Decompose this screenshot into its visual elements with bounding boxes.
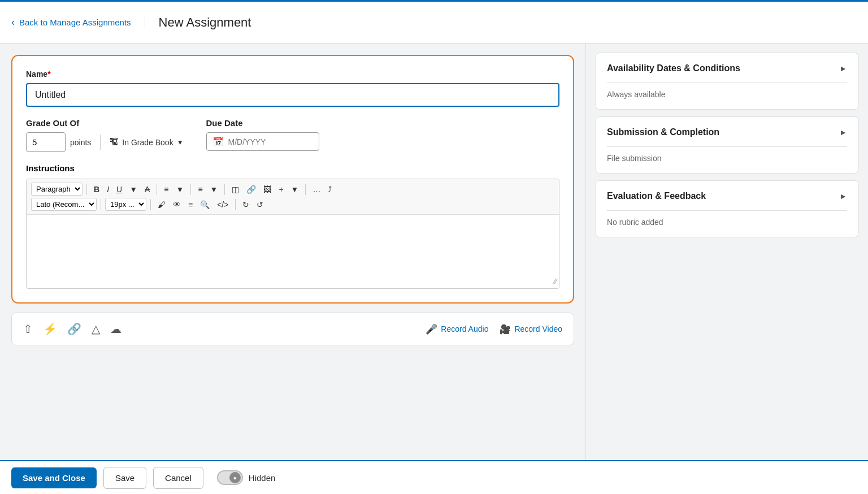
link-button[interactable]: 🔗: [244, 183, 259, 196]
save-button[interactable]: Save: [103, 467, 146, 489]
grade-section: Grade Out Of points 🏗 In Grade Book ▼: [26, 118, 184, 152]
evaluation-chevron-icon: ►: [839, 192, 847, 201]
toolbar-row-1: Paragraph B I U ▼ A ≡ ▼ ≡ ▼: [31, 183, 554, 196]
availability-sub: Always available: [596, 83, 858, 109]
undo-button[interactable]: ↻: [240, 198, 252, 211]
attach-icons: ⇧ ⚡ 🔗 △ ☁: [23, 322, 121, 336]
points-label: points: [70, 138, 91, 147]
strikethrough-button[interactable]: A: [142, 183, 153, 196]
list-button[interactable]: ≡: [195, 183, 205, 196]
underline-dropdown-button[interactable]: ▼: [127, 183, 140, 196]
availability-title: Availability Dates & Conditions: [607, 63, 740, 73]
color-button[interactable]: 👁: [170, 198, 184, 211]
record-audio-label: Record Audio: [441, 324, 488, 333]
evaluation-sub: No rubric added: [596, 211, 858, 237]
font-select[interactable]: Lato (Recom...: [31, 198, 97, 211]
page-title: New Assignment: [145, 15, 251, 30]
grade-input-row: points 🏗 In Grade Book ▼: [26, 132, 184, 152]
submission-chevron-icon: ►: [839, 128, 847, 137]
format-clear-button[interactable]: 🖌: [155, 198, 168, 211]
toolbar-divider-6: [101, 199, 101, 210]
underline-button[interactable]: U: [114, 183, 125, 196]
toolbar-divider-2: [157, 184, 157, 195]
due-date-input[interactable]: [228, 137, 302, 146]
grade-book-button[interactable]: 🏗 In Grade Book ▼: [110, 137, 183, 148]
instructions-label: Instructions: [26, 163, 559, 173]
visibility-label: Hidden: [249, 473, 276, 483]
image-button[interactable]: 🖼: [261, 183, 274, 196]
accessibility-button[interactable]: 🔍: [197, 198, 212, 211]
grade-book-dropdown-icon: ▼: [177, 138, 184, 146]
align-dropdown-button[interactable]: ▼: [173, 183, 187, 196]
italic-button[interactable]: I: [104, 183, 112, 196]
availability-card-header[interactable]: Availability Dates & Conditions ►: [596, 53, 858, 83]
grade-input[interactable]: [26, 132, 66, 152]
evaluation-card: Evaluation & Feedback ► No rubric added: [595, 180, 859, 237]
toolbar-divider-8: [235, 199, 236, 210]
record-video-button[interactable]: 🎥 Record Video: [500, 324, 562, 335]
evaluation-card-header[interactable]: Evaluation & Feedback ►: [596, 181, 858, 210]
due-section: Due Date 📅: [206, 118, 319, 151]
grade-book-label: In Grade Book: [122, 138, 173, 147]
indent-button[interactable]: ≡: [185, 198, 196, 211]
microphone-icon: 🎤: [426, 323, 437, 335]
list-dropdown-button[interactable]: ▼: [207, 183, 221, 196]
record-video-label: Record Video: [514, 324, 562, 333]
record-audio-button[interactable]: 🎤 Record Audio: [426, 323, 488, 335]
left-panel: Name* Grade Out Of points 🏗 In Grade Boo…: [0, 44, 585, 460]
toolbar-divider-1: [86, 184, 87, 195]
due-date-input-wrap: 📅: [206, 132, 319, 151]
back-link-label: Back to Manage Assignments: [19, 18, 131, 27]
calendar-icon: 📅: [212, 136, 224, 147]
video-camera-icon: 🎥: [500, 324, 511, 335]
drive-icon[interactable]: △: [92, 322, 100, 336]
main-content: Name* Grade Out Of points 🏗 In Grade Boo…: [0, 44, 868, 460]
header: ‹ Back to Manage Assignments New Assignm…: [0, 0, 868, 44]
name-input[interactable]: [26, 83, 559, 107]
footer: Save and Close Save Cancel ● Hidden: [0, 460, 868, 494]
visibility-toggle-wrap: ● Hidden: [217, 470, 276, 485]
code-button[interactable]: </>: [214, 198, 231, 211]
save-and-close-button[interactable]: Save and Close: [11, 467, 97, 488]
toolbar-divider-4: [224, 184, 225, 195]
due-date-label: Due Date: [206, 118, 319, 128]
editor-toolbar: Paragraph B I U ▼ A ≡ ▼ ≡ ▼: [27, 179, 559, 215]
resize-handle: ∕∕: [554, 277, 557, 286]
name-label: Name*: [26, 70, 559, 79]
table-button[interactable]: ◫: [229, 183, 242, 196]
toolbar-divider-5: [305, 184, 306, 195]
grade-due-row: Grade Out Of points 🏗 In Grade Book ▼ Du…: [26, 118, 559, 152]
insert-dropdown-button[interactable]: ▼: [288, 183, 302, 196]
link-icon[interactable]: 🔗: [67, 322, 81, 336]
fullscreen-button[interactable]: ⤴: [325, 183, 335, 196]
visibility-toggle[interactable]: ●: [217, 470, 243, 485]
toolbar-divider-7: [150, 199, 151, 210]
cloud-icon[interactable]: ☁: [110, 322, 121, 336]
bold-button[interactable]: B: [91, 183, 102, 196]
rich-text-editor: Paragraph B I U ▼ A ≡ ▼ ≡ ▼: [26, 179, 559, 289]
more-button[interactable]: …: [310, 183, 323, 196]
size-select[interactable]: 19px ...: [105, 198, 146, 211]
upload-icon[interactable]: ⇧: [23, 322, 33, 336]
submission-card-header[interactable]: Submission & Completion ►: [596, 117, 858, 146]
cancel-button[interactable]: Cancel: [153, 467, 203, 489]
grade-book-icon: 🏗: [110, 137, 119, 148]
grade-label: Grade Out Of: [26, 118, 184, 128]
submission-sub: File submission: [596, 147, 858, 173]
assignment-card: Name* Grade Out Of points 🏗 In Grade Boo…: [11, 55, 574, 304]
evaluation-title: Evaluation & Feedback: [607, 191, 706, 201]
paragraph-select[interactable]: Paragraph: [31, 183, 83, 196]
submission-title: Submission & Completion: [607, 127, 719, 137]
editor-body[interactable]: ∕∕: [27, 215, 559, 288]
attachments-bar: ⇧ ⚡ 🔗 △ ☁ 🎤 Record Audio 🎥 Record Video: [11, 313, 574, 345]
lightning-icon[interactable]: ⚡: [43, 322, 57, 336]
align-button[interactable]: ≡: [161, 183, 171, 196]
availability-card: Availability Dates & Conditions ► Always…: [595, 53, 859, 110]
redo-button[interactable]: ↺: [254, 198, 266, 211]
toolbar-divider-3: [190, 184, 191, 195]
toggle-knob: ●: [229, 472, 241, 483]
submission-card: Submission & Completion ► File submissio…: [595, 116, 859, 174]
back-to-manage-link[interactable]: ‹ Back to Manage Assignments: [11, 16, 145, 28]
required-marker: *: [47, 70, 50, 79]
insert-button[interactable]: +: [276, 183, 286, 196]
